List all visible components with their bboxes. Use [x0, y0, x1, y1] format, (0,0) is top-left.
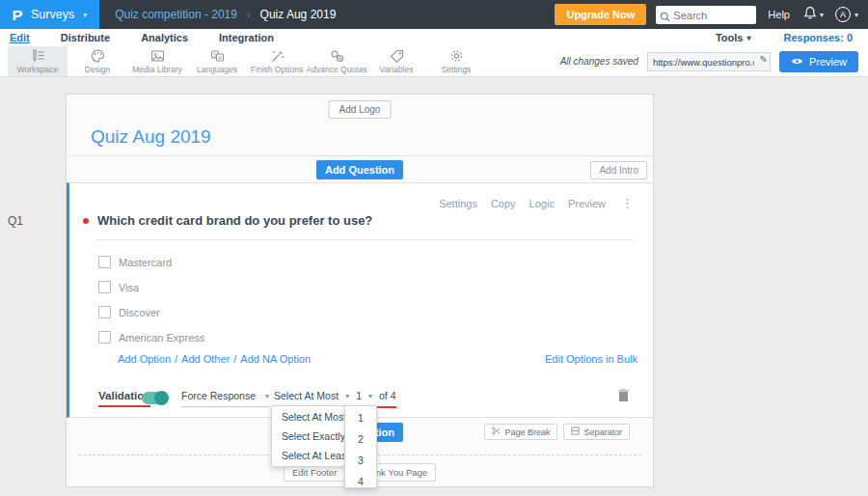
languages-icon: A文 — [209, 48, 226, 64]
design-icon — [90, 48, 106, 64]
breadcrumb-parent[interactable]: Quiz competition - 2019 — [115, 8, 237, 21]
option-row: Discover — [98, 306, 160, 318]
checkbox[interactable] — [98, 331, 111, 344]
chevron-down-icon: ▾ — [83, 11, 87, 19]
svg-text:文: 文 — [212, 52, 218, 58]
toolbar-item-workspace[interactable]: Workspace — [8, 46, 68, 76]
tab-analytics[interactable]: Analytics — [141, 32, 188, 43]
responses-count[interactable]: Responses: 0 — [783, 32, 853, 43]
chevron-down-icon: ▾ — [820, 11, 824, 19]
dropdown-option-count-4[interactable]: 4 — [345, 471, 376, 492]
search-input[interactable] — [656, 6, 756, 24]
product-label: Surveys — [31, 8, 74, 21]
survey-title[interactable]: Quiz Aug 2019 — [91, 126, 211, 148]
chevron-down-icon: ▾ — [265, 392, 269, 400]
toolbar-item-languages[interactable]: A文 Languages — [187, 46, 247, 76]
dropdown-option-count-1[interactable]: 1 — [345, 407, 376, 428]
add-other-link[interactable]: Add Other — [181, 353, 230, 365]
product-switcher[interactable]: P Surveys ▾ — [0, 0, 99, 29]
add-option-link[interactable]: Add Option — [118, 353, 171, 365]
toolbar-item-media-library[interactable]: Media Library — [127, 46, 187, 76]
scissors-icon — [492, 427, 501, 437]
breadcrumb: Quiz competition - 2019 › Quiz Aug 2019 — [115, 8, 336, 21]
survey-canvas: Q1 Add Logo Quiz Aug 2019 Add Question A… — [0, 77, 868, 496]
validation-toggle[interactable] — [142, 392, 168, 404]
autosave-status: All changes saved — [560, 56, 638, 67]
add-question-button-top[interactable]: Add Question — [316, 160, 403, 179]
breadcrumb-separator-icon: › — [247, 9, 251, 20]
help-link[interactable]: Help — [768, 9, 790, 20]
advance-quotas-icon — [329, 48, 345, 64]
bell-icon — [803, 6, 817, 24]
question-copy-link[interactable]: Copy — [491, 198, 516, 209]
toolbar-item-settings[interactable]: Settings — [426, 46, 486, 76]
add-logo-button[interactable]: Add Logo — [329, 100, 392, 119]
question-text-row: Which credit card brand do you prefer to… — [83, 213, 372, 228]
toolbar-item-advance-quotas[interactable]: Advance Quotas — [307, 46, 366, 76]
rule-count-dropdown[interactable]: 1 — [356, 390, 362, 401]
media-library-icon — [149, 48, 166, 64]
question-id-label: Q1 — [8, 214, 23, 228]
tools-menu[interactable]: Tools ▾ — [716, 32, 751, 43]
option-add-links: Add Option / Add Other / Add NA Option — [118, 353, 311, 365]
tab-edit[interactable]: Edit — [10, 32, 30, 43]
eye-icon — [791, 56, 803, 68]
option-row: Visa — [98, 281, 139, 293]
edit-options-in-bulk-link[interactable]: Edit Options in Bulk — [545, 353, 637, 365]
topbar: P Surveys ▾ Quiz competition - 2019 › Qu… — [0, 0, 868, 29]
separator-button[interactable]: Separator — [563, 424, 630, 440]
page-break-separator-group: Page Break Separator — [484, 424, 630, 440]
survey-url-input[interactable] — [647, 52, 771, 71]
force-response-dropdown[interactable]: Force Response ▾ — [181, 390, 269, 407]
option-label[interactable]: American Express — [119, 332, 204, 344]
add-na-option-link[interactable]: Add NA Option — [240, 353, 311, 365]
dropdown-option-count-2[interactable]: 2 — [345, 428, 376, 450]
upgrade-now-button[interactable]: Upgrade Now — [555, 4, 646, 25]
svg-text:A: A — [217, 55, 221, 61]
chevron-down-icon: ▾ — [368, 392, 372, 400]
settings-icon — [448, 48, 465, 64]
required-marker-icon — [83, 218, 89, 224]
edit-toolbar: Workspace Design Media Library A文 Langua… — [0, 46, 868, 77]
checkbox[interactable] — [98, 281, 111, 293]
checkbox[interactable] — [98, 256, 111, 268]
question-text[interactable]: Which credit card brand do you prefer to… — [97, 213, 372, 228]
toolbar-item-design[interactable]: Design — [68, 46, 127, 76]
more-options-icon[interactable]: ⋮ — [621, 196, 634, 210]
dropdown-option-select-exactly[interactable]: Select Exactly — [272, 427, 344, 446]
search-box — [656, 6, 756, 24]
question-settings-link[interactable]: Settings — [439, 198, 477, 209]
edit-url-pencil-icon[interactable]: ✎ — [759, 54, 767, 65]
rule-count-dropdown-menu: 1 2 3 4 — [344, 405, 377, 488]
add-intro-button[interactable]: Add Intro — [590, 161, 647, 179]
toggle-knob — [154, 391, 169, 405]
tab-distribute[interactable]: Distribute — [61, 32, 110, 43]
chevron-down-icon: ▾ — [345, 392, 349, 400]
option-row: Mastercard — [98, 256, 172, 268]
option-row: American Express — [98, 331, 204, 344]
option-label[interactable]: Discover — [119, 307, 160, 318]
search-icon — [660, 9, 670, 26]
question-underline — [95, 239, 634, 240]
preview-button[interactable]: Preview — [779, 51, 858, 72]
toolbar-item-finish-options[interactable]: Finish Options — [247, 46, 307, 76]
question-menu: Settings Copy Logic Preview ⋮ — [439, 196, 634, 210]
breadcrumb-current: Quiz Aug 2019 — [260, 8, 337, 21]
question-logic-link[interactable]: Logic — [529, 198, 555, 209]
option-label[interactable]: Mastercard — [119, 257, 172, 268]
delete-question-icon[interactable] — [617, 388, 630, 406]
dropdown-option-select-at-most[interactable]: Select At Most — [272, 407, 344, 427]
question-card: Settings Copy Logic Preview ⋮ Which cred… — [67, 182, 653, 418]
dropdown-option-select-at-least[interactable]: Select At Least — [272, 446, 344, 465]
dropdown-option-count-3[interactable]: 3 — [345, 450, 376, 471]
notifications-button[interactable]: ▾ — [803, 6, 824, 24]
rule-type-dropdown[interactable]: Select At Most — [274, 390, 339, 401]
account-menu[interactable]: A ▾ — [835, 7, 858, 22]
variables-icon — [389, 48, 405, 64]
page-break-button[interactable]: Page Break — [484, 424, 557, 440]
option-label[interactable]: Visa — [119, 282, 139, 293]
toolbar-item-variables[interactable]: Variables — [366, 46, 426, 76]
checkbox[interactable] — [98, 306, 111, 318]
tab-integration[interactable]: Integration — [219, 32, 274, 43]
question-preview-link[interactable]: Preview — [568, 198, 606, 209]
